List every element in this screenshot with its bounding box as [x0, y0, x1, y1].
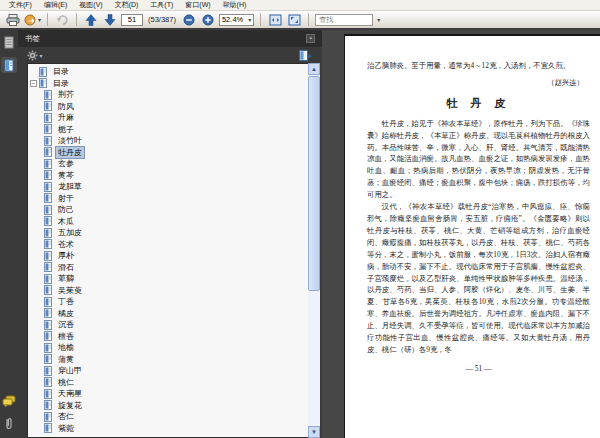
- toolbar-separator: [76, 13, 77, 26]
- bookmark-icon: [44, 205, 52, 215]
- tab-comments[interactable]: [1, 393, 17, 409]
- menu-item[interactable]: 文档(D): [109, 0, 145, 10]
- menu-item[interactable]: 工具(T): [144, 0, 179, 10]
- zoom-dropdown-arrow: ▾: [248, 16, 251, 23]
- toolbar-separator: [47, 13, 48, 26]
- menu-bar: 文件(F)编辑(E)视图(V)文档(D)工具(T)窗口(W)帮助(H): [0, 0, 600, 11]
- document-area[interactable]: 治乙脑肺炎。至于用量，通常为4～12克，入汤剂，不宜久煎。 （赵兴连） 牡 丹 …: [322, 30, 600, 438]
- tab-attachments[interactable]: [1, 416, 17, 432]
- bookmark-icon: [44, 400, 52, 410]
- bookmark-icon: [44, 377, 52, 387]
- toolbar-separator: [260, 13, 261, 26]
- fit-width-button[interactable]: [267, 12, 283, 27]
- comments-icon: [2, 395, 16, 407]
- bookmark-icon: [44, 262, 52, 272]
- tab-pages[interactable]: [1, 34, 17, 50]
- menu-item[interactable]: 文件(F): [3, 0, 38, 10]
- bookmark-icon: [44, 147, 52, 157]
- pages-icon: [4, 36, 15, 49]
- scroll-thumb[interactable]: [308, 76, 320, 291]
- bookmark-icon: [44, 274, 52, 284]
- attribution: （赵兴连）: [367, 77, 584, 89]
- page-paragraph: 牡丹皮，始见于《神农本草经》，原作牡丹，列为下品。《珍珠囊》始称牡丹皮，《本草正…: [367, 118, 590, 201]
- bookmark-icon: [39, 67, 47, 77]
- panel-title: 书签: [25, 34, 40, 44]
- page-body: 牡丹皮，始见于《神农本草经》，原作牡丹，列为下品。《珍珠囊》始称牡丹皮，《本草正…: [367, 118, 590, 356]
- up-arrow-icon: [85, 14, 97, 26]
- bookmark-icon: [44, 159, 52, 169]
- scroll-track[interactable]: [308, 292, 320, 426]
- bookmark-icon: [44, 90, 52, 100]
- scroll-down-button[interactable]: ▼: [308, 426, 320, 438]
- bookmark-item[interactable]: 紫菀: [30, 423, 308, 435]
- document-page: 治乙脑肺炎。至于用量，通常为4～12克，入汤剂，不宜久煎。 （赵兴连） 牡 丹 …: [344, 34, 600, 438]
- expand-bookmark-icon: [299, 50, 312, 61]
- bookmark-icon: [44, 412, 52, 422]
- bookmark-icon: [44, 251, 52, 261]
- zoom-in-icon: [202, 14, 214, 26]
- bookmark-icon: [44, 216, 52, 226]
- toolbar-separator: [308, 13, 309, 26]
- fit-page-icon: [288, 14, 301, 26]
- bookmark-icon: [44, 320, 52, 330]
- bookmark-icon: [44, 113, 52, 123]
- search-input[interactable]: [315, 14, 373, 26]
- continuation-paragraph: 治乙脑肺炎。至于用量，通常为4～12克，入汤剂，不宜久煎。: [367, 60, 590, 72]
- tree-wrap: 目录− 目录 荆芥 防风 升麻 栀子 淡竹叶 牡丹皮: [27, 63, 320, 438]
- panel-toolbar: ▾: [18, 47, 322, 63]
- bookmark-icon: [44, 331, 52, 341]
- bookmarks-icon: [4, 59, 15, 72]
- previous-page-button[interactable]: [83, 12, 99, 27]
- collapse-icon[interactable]: −: [30, 80, 37, 87]
- fit-page-button[interactable]: [286, 12, 302, 27]
- zoom-in-button[interactable]: [200, 12, 216, 27]
- fit-width-icon: [269, 14, 282, 26]
- page-number-footer: — 51 —: [367, 363, 590, 375]
- zoom-out-icon: [183, 14, 195, 26]
- tree-scrollbar: ▲ ▼: [308, 63, 320, 438]
- menu-item[interactable]: 视图(V): [73, 0, 108, 10]
- zoom-value: 52.4%: [222, 15, 243, 24]
- menu-item[interactable]: 窗口(W): [179, 0, 216, 10]
- bookmark-icon: [39, 78, 47, 88]
- zoom-out-button[interactable]: [181, 12, 197, 27]
- tab-bookmarks[interactable]: [1, 57, 17, 73]
- bookmark-icon: [44, 228, 52, 238]
- bookmark-icon: [44, 297, 52, 307]
- scroll-up-button[interactable]: ▲: [308, 63, 320, 75]
- pdf-reader-window: 文件(F)编辑(E)视图(V)文档(D)工具(T)窗口(W)帮助(H) ▾: [0, 0, 600, 438]
- bookmark-icon: [44, 193, 52, 203]
- search-dropdown-arrow[interactable]: ▾: [377, 16, 380, 23]
- bookmark-icon: [44, 170, 52, 180]
- bookmark-icon: [44, 423, 52, 433]
- bookmark-icon: [44, 124, 52, 134]
- bookmark-icon: [44, 136, 52, 146]
- panel-header: 书签 ▪: [18, 30, 322, 47]
- bookmark-label: 紫菀: [55, 422, 77, 435]
- page-title: 牡 丹 皮: [367, 98, 590, 110]
- export-dropdown-arrow: ▾: [38, 16, 41, 23]
- bookmark-icon: [44, 308, 52, 318]
- export-icon: [24, 14, 37, 26]
- next-page-button[interactable]: [102, 12, 118, 27]
- panel-close-button[interactable]: ▪: [306, 34, 315, 43]
- bookmark-icon: [44, 182, 52, 192]
- bookmark-icon: [44, 239, 52, 249]
- bookmark-icon: [44, 354, 52, 364]
- page-count-label: (53/387): [146, 15, 178, 24]
- page-paragraph: 汉代，《神农本草经》载牡丹皮“治寒热，中风瘛疭、痉、惊痫邪气，除癥坚瘀血留舍肠胃…: [367, 201, 590, 356]
- menu-item[interactable]: 编辑(E): [38, 0, 73, 10]
- gear-icon: [27, 50, 38, 61]
- options-button[interactable]: ▾: [27, 48, 43, 63]
- paperclip-icon: [4, 417, 14, 431]
- export-button[interactable]: ▾: [24, 12, 41, 27]
- print-button[interactable]: [5, 12, 21, 27]
- bookmark-icon: [44, 101, 52, 111]
- undo-button[interactable]: [54, 12, 70, 27]
- page-number-input[interactable]: [121, 14, 143, 26]
- main-area: 书签 ▪ ▾: [0, 30, 600, 438]
- expand-current-bookmark-button[interactable]: [297, 48, 313, 63]
- zoom-level-combo[interactable]: 52.4% ▾: [219, 14, 254, 26]
- undo-icon: [56, 14, 69, 26]
- menu-item[interactable]: 帮助(H): [217, 0, 253, 10]
